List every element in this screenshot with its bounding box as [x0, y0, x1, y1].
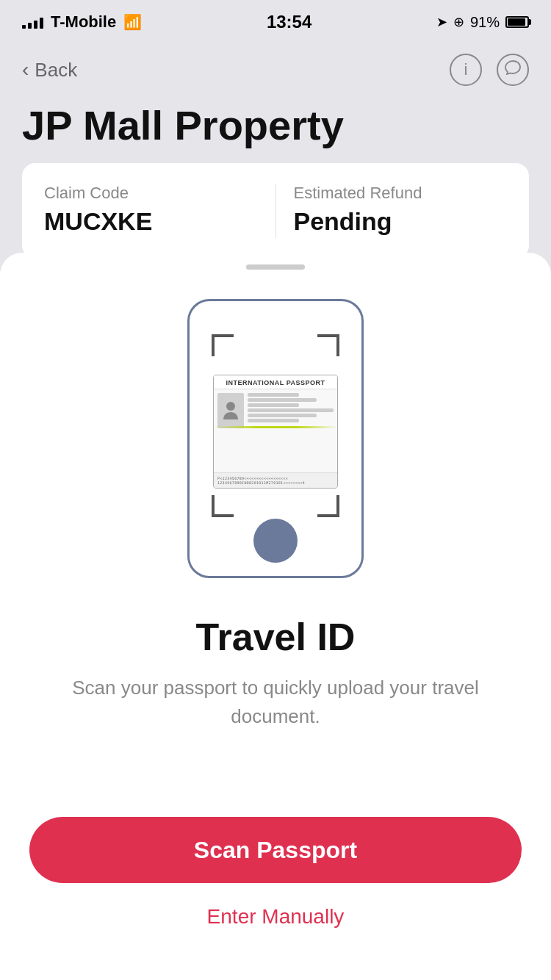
- signal-icon: [22, 15, 43, 29]
- nav-bar: ‹ Back i: [0, 44, 551, 96]
- lock-icon: ⊕: [453, 14, 464, 30]
- corner-br: [317, 495, 339, 517]
- enter-manually-button[interactable]: Enter Manually: [200, 898, 352, 936]
- passport-document: INTERNATIONAL PASSPORT: [213, 375, 338, 489]
- battery-percent: 91%: [470, 14, 500, 31]
- back-button[interactable]: ‹ Back: [22, 58, 77, 82]
- chat-icon: [505, 60, 521, 79]
- corner-bl: [212, 495, 234, 517]
- svg-point-0: [226, 402, 235, 411]
- info-card: Claim Code MUCXKE Estimated Refund Pendi…: [22, 163, 529, 259]
- scan-passport-button[interactable]: Scan Passport: [29, 817, 522, 883]
- scan-line: [213, 426, 338, 428]
- battery-icon: [505, 16, 529, 28]
- passport-body: [214, 389, 337, 472]
- refund-value: Pending: [294, 207, 508, 236]
- shutter-button: [253, 519, 298, 563]
- chat-button[interactable]: [497, 54, 529, 86]
- passport-mrz: P<123456789<<<<<<<<<<<<<<<<<< 1234567890…: [214, 472, 337, 488]
- location-icon: ➤: [436, 14, 447, 30]
- passport-header: INTERNATIONAL PASSPORT: [214, 375, 337, 389]
- page-title: JP Mall Property: [22, 103, 529, 148]
- refund-label: Estimated Refund: [294, 184, 508, 203]
- bottom-sheet: INTERNATIONAL PASSPORT: [0, 253, 551, 980]
- carrier-label: T-Mobile: [51, 12, 116, 32]
- passport-info: [248, 393, 334, 469]
- sheet-handle: [246, 264, 305, 270]
- time-label: 13:54: [267, 12, 311, 32]
- page-title-area: JP Mall Property: [0, 96, 551, 163]
- info-icon: i: [464, 60, 468, 79]
- travel-id-title: Travel ID: [196, 615, 356, 659]
- claim-code-value: MUCXKE: [44, 207, 258, 236]
- passport-photo: [217, 393, 244, 428]
- info-button[interactable]: i: [450, 54, 482, 86]
- status-left: T-Mobile 📶: [22, 12, 142, 32]
- wifi-icon: 📶: [123, 13, 142, 31]
- status-bar: T-Mobile 📶 13:54 ➤ ⊕ 91%: [0, 0, 551, 44]
- status-right: ➤ ⊕ 91%: [436, 14, 529, 31]
- corner-tl: [212, 334, 234, 356]
- claim-code-section: Claim Code MUCXKE: [44, 184, 276, 238]
- refund-section: Estimated Refund Pending: [276, 184, 508, 238]
- back-label: Back: [35, 59, 77, 82]
- phone-illustration: INTERNATIONAL PASSPORT: [187, 299, 364, 578]
- corner-tr: [317, 334, 339, 356]
- claim-code-label: Claim Code: [44, 184, 258, 203]
- travel-id-description: Scan your passport to quickly upload you…: [70, 674, 481, 731]
- nav-icons: i: [450, 54, 529, 86]
- chevron-left-icon: ‹: [22, 58, 29, 82]
